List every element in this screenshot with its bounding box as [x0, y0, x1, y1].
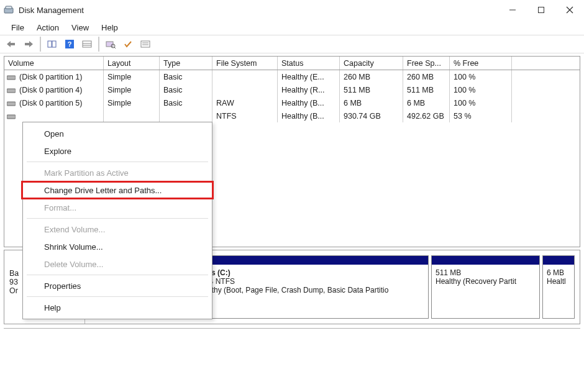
th-status[interactable]: Status [278, 57, 340, 70]
cell: 260 MB [403, 70, 450, 83]
table-row[interactable]: (Disk 0 partition 4) Simple Basic Health… [4, 83, 580, 96]
cell: Simple [104, 70, 160, 83]
help-button[interactable]: ? [62, 37, 77, 52]
cm-format[interactable]: Format... [23, 199, 212, 216]
bottom-separator [4, 328, 580, 334]
cell: (Disk 0 partition 1) [19, 73, 82, 81]
volume-icon [7, 100, 16, 106]
cell: (Disk 0 partition 5) [19, 99, 82, 107]
cell: (Disk 0 partition 4) [19, 86, 82, 94]
cell: 511 MB [340, 83, 403, 96]
volume-icon [7, 113, 16, 119]
menu-action[interactable]: Action [30, 21, 65, 34]
svg-rect-7 [10, 43, 15, 45]
separator [40, 37, 41, 52]
th-capacity[interactable]: Capacity [340, 57, 403, 70]
table-row[interactable]: NTFS Healthy (B... 930.74 GB 492.62 GB 5… [4, 109, 580, 122]
show-hide-tree-button[interactable] [45, 37, 60, 52]
cell [104, 109, 160, 122]
table-row[interactable]: (Disk 0 partition 1) Simple Basic Health… [4, 70, 580, 83]
back-button[interactable] [4, 37, 19, 52]
partition-title: dows (C:) [196, 268, 424, 277]
svg-rect-3 [539, 7, 544, 13]
cell: Healthy (B... [278, 109, 340, 122]
cell: Simple [104, 96, 160, 109]
maximize-button[interactable] [527, 0, 555, 20]
forward-button[interactable] [21, 37, 36, 52]
svg-rect-20 [141, 41, 150, 47]
cm-shrink-volume[interactable]: Shrink Volume... [23, 238, 212, 255]
cm-separator [27, 296, 208, 297]
th-rest [512, 57, 580, 70]
th-freespace[interactable]: Free Sp... [403, 57, 450, 70]
svg-rect-26 [7, 115, 16, 119]
cell: 6 MB [403, 96, 450, 109]
svg-rect-11 [52, 41, 56, 47]
list-icon[interactable] [138, 37, 153, 52]
partition[interactable]: 6 MB Healtl [542, 255, 575, 319]
svg-rect-24 [7, 89, 16, 93]
cm-open[interactable]: Open [23, 125, 212, 142]
svg-rect-14 [83, 41, 91, 47]
menubar: File Action View Help [0, 20, 584, 35]
cm-mark-active[interactable]: Mark Partition as Active [23, 164, 212, 181]
volume-icon [7, 87, 16, 93]
cell [160, 109, 212, 122]
close-button[interactable] [555, 0, 584, 20]
refresh-button[interactable] [103, 37, 118, 52]
partition-color-bar [193, 256, 428, 265]
cm-help[interactable]: Help [23, 299, 212, 316]
partition-color-bar [543, 256, 574, 265]
svg-rect-1 [6, 6, 12, 9]
table-header: Volume Layout Type File System Status Ca… [4, 57, 580, 70]
partition-color-bar [432, 256, 539, 265]
partition[interactable]: dows (C:) 4 GB NTFS Healthy (Boot, Page … [192, 255, 429, 319]
cell: Healthy (B... [278, 96, 340, 109]
window-controls [498, 0, 584, 20]
toolbar: ? [0, 35, 584, 53]
table-row[interactable]: (Disk 0 partition 5) Simple Basic RAW He… [4, 96, 580, 109]
app-icon [4, 5, 14, 15]
cell: 100 % [450, 83, 512, 96]
cm-change-drive-letter[interactable]: Change Drive Letter and Paths... [23, 181, 212, 199]
cell: 100 % [450, 70, 512, 83]
window-title: Disk Management [19, 6, 84, 15]
menu-file[interactable]: File [5, 21, 30, 34]
cell: Simple [104, 83, 160, 96]
separator [98, 37, 99, 52]
cell: Basic [160, 83, 212, 96]
cm-properties[interactable]: Properties [23, 277, 212, 294]
partition[interactable]: 511 MB Healthy (Recovery Partit [431, 255, 540, 319]
th-filesystem[interactable]: File System [212, 57, 278, 70]
partition-size: 4 GB NTFS [196, 277, 424, 286]
th-layout[interactable]: Layout [104, 57, 160, 70]
minimize-button[interactable] [498, 0, 527, 20]
cm-extend-volume[interactable]: Extend Volume... [23, 221, 212, 238]
check-icon[interactable] [121, 37, 135, 52]
th-pctfree[interactable]: % Free [450, 57, 512, 70]
cell: Healthy (R... [278, 83, 340, 96]
cell: RAW [212, 96, 278, 109]
cell [212, 70, 278, 83]
th-type[interactable]: Type [160, 57, 212, 70]
svg-line-19 [114, 47, 116, 48]
menu-help[interactable]: Help [95, 21, 124, 34]
cm-separator [27, 162, 208, 162]
cell [212, 83, 278, 96]
cell: 100 % [450, 96, 512, 109]
svg-rect-10 [48, 41, 52, 47]
cell: 511 MB [403, 83, 450, 96]
cm-delete-volume[interactable]: Delete Volume... [23, 255, 212, 273]
cm-explore[interactable]: Explore [23, 142, 212, 160]
cell: 260 MB [340, 70, 403, 83]
cell: NTFS [212, 109, 278, 122]
settings-list-button[interactable] [80, 37, 94, 52]
volume-icon [7, 74, 16, 80]
svg-text:?: ? [68, 40, 72, 48]
titlebar: Disk Management [0, 0, 584, 20]
menu-view[interactable]: View [65, 21, 95, 34]
partition-size: 6 MB [547, 268, 570, 277]
th-volume[interactable]: Volume [4, 57, 104, 70]
partition-status: Healthy (Recovery Partit [436, 277, 536, 286]
cm-separator [27, 218, 208, 219]
